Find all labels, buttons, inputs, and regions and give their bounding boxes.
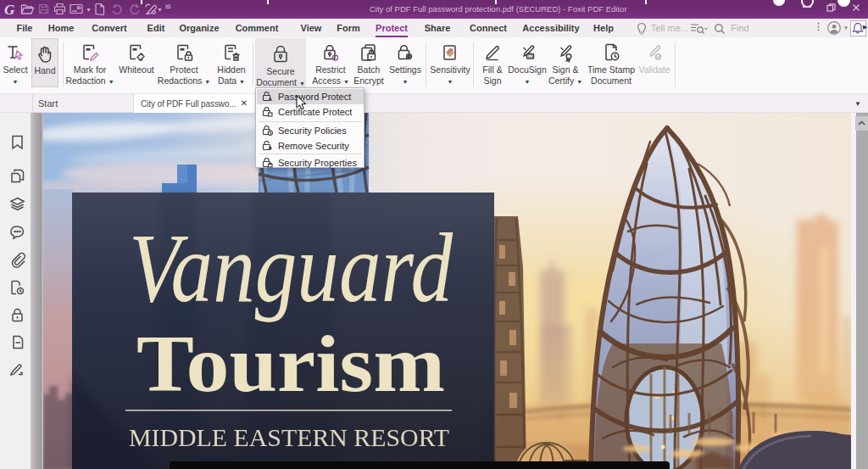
svg-text:Vanguard: Vanguard <box>129 214 453 322</box>
svg-text:Tourism: Tourism <box>136 319 445 409</box>
svg-text:MIDDLE EASTERN RESORT: MIDDLE EASTERN RESORT <box>129 423 449 451</box>
svg-text:DS: DS <box>528 54 533 59</box>
svg-text:G: G <box>4 2 15 17</box>
